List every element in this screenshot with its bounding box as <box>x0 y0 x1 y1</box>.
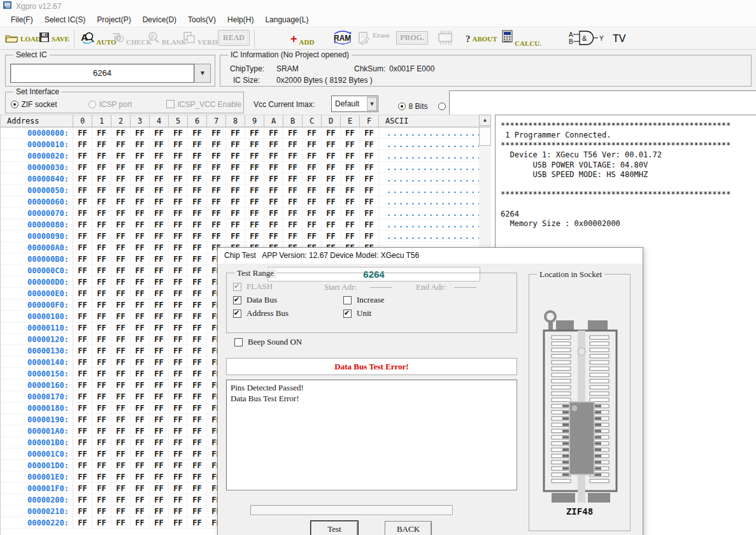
hex-byte-cell[interactable]: FF <box>111 231 131 241</box>
hex-byte-cell[interactable]: FF <box>131 483 150 494</box>
hex-byte-cell[interactable]: FF <box>226 150 245 161</box>
hex-byte-cell[interactable]: FF <box>131 288 150 299</box>
hex-byte-cell[interactable]: FF <box>111 471 131 482</box>
hex-byte-cell[interactable]: FF <box>92 162 111 173</box>
hex-byte-cell[interactable]: FF <box>322 139 341 150</box>
hex-byte-cell[interactable]: FF <box>207 139 226 150</box>
hex-byte-cell[interactable]: FF <box>73 425 92 436</box>
hex-byte-cell[interactable]: FF <box>92 139 111 150</box>
hex-byte-cell[interactable]: FF <box>303 185 322 196</box>
hex-byte-cell[interactable]: FF <box>92 150 111 161</box>
hex-byte-cell[interactable]: FF <box>169 242 188 253</box>
hex-byte-cell[interactable]: FF <box>150 322 169 333</box>
hex-byte-cell[interactable]: FF <box>360 208 379 218</box>
hex-byte-cell[interactable]: FF <box>360 196 379 207</box>
hex-byte-cell[interactable]: FF <box>111 334 131 345</box>
hex-ascii-cell[interactable]: ................ <box>379 208 491 218</box>
hex-byte-cell[interactable]: FF <box>150 231 169 241</box>
hex-byte-cell[interactable]: FF <box>73 127 92 138</box>
hex-byte-cell[interactable]: FF <box>111 299 131 310</box>
hex-byte-cell[interactable]: FF <box>73 437 92 448</box>
hex-byte-cell[interactable]: FF <box>169 357 188 367</box>
hex-byte-cell[interactable]: FF <box>360 173 379 184</box>
hex-byte-cell[interactable]: FF <box>150 288 169 299</box>
hex-byte-cell[interactable]: FF <box>131 471 150 482</box>
hex-byte-cell[interactable]: FF <box>111 150 131 161</box>
hex-byte-cell[interactable]: FF <box>264 219 283 230</box>
hex-byte-cell[interactable]: FF <box>245 162 264 173</box>
dialog-title-bar[interactable]: Chip Test APP Version: 12.67 Device Mode… <box>218 248 643 264</box>
hex-byte-cell[interactable]: FF <box>360 185 379 196</box>
hex-byte-cell[interactable]: FF <box>188 322 207 333</box>
hex-byte-cell[interactable]: FF <box>303 127 322 138</box>
toolbar-about-button[interactable]: ? ABOUT <box>466 29 497 48</box>
hex-byte-cell[interactable]: FF <box>92 494 111 505</box>
hex-byte-cell[interactable]: FF <box>131 414 150 425</box>
ic-combo-dropdown-button[interactable]: ▼ <box>194 64 211 83</box>
hex-byte-cell[interactable]: FF <box>111 448 131 459</box>
hex-byte-cell[interactable]: FF <box>92 357 111 367</box>
hex-byte-cell[interactable]: FF <box>188 265 207 276</box>
hex-byte-cell[interactable]: FF <box>188 357 207 367</box>
hex-byte-cell[interactable]: FF <box>322 173 341 184</box>
hex-byte-cell[interactable]: FF <box>169 437 188 448</box>
hex-byte-cell[interactable]: FF <box>131 517 150 528</box>
hex-byte-cell[interactable]: FF <box>226 196 245 207</box>
hex-byte-cell[interactable]: FF <box>131 219 150 230</box>
hex-byte-cell[interactable]: FF <box>150 196 169 207</box>
hex-byte-cell[interactable]: FF <box>188 196 207 207</box>
hex-byte-cell[interactable]: FF <box>150 150 169 161</box>
hex-byte-cell[interactable]: FF <box>226 185 245 196</box>
hex-byte-cell[interactable]: FF <box>169 517 188 528</box>
hex-byte-cell[interactable]: FF <box>169 391 188 402</box>
hex-byte-cell[interactable]: FF <box>169 460 188 471</box>
hex-byte-cell[interactable]: FF <box>169 403 188 413</box>
hex-byte-cell[interactable]: FF <box>92 208 111 218</box>
hex-byte-cell[interactable]: FF <box>264 127 283 138</box>
hex-byte-cell[interactable]: FF <box>131 265 150 276</box>
hex-byte-cell[interactable]: FF <box>111 288 131 299</box>
hex-byte-cell[interactable]: FF <box>169 471 188 482</box>
hex-byte-cell[interactable]: FF <box>264 162 283 173</box>
hex-byte-cell[interactable]: FF <box>283 185 303 196</box>
hex-ascii-cell[interactable]: ................ <box>379 139 491 150</box>
hex-byte-cell[interactable]: FF <box>264 150 283 161</box>
hex-byte-cell[interactable]: FF <box>131 162 150 173</box>
hex-byte-cell[interactable]: FF <box>207 173 226 184</box>
hex-byte-cell[interactable]: FF <box>322 127 341 138</box>
hex-byte-cell[interactable]: FF <box>92 127 111 138</box>
hex-byte-cell[interactable]: FF <box>150 345 169 356</box>
hex-byte-cell[interactable]: FF <box>73 448 92 459</box>
hex-byte-cell[interactable]: FF <box>73 150 92 161</box>
hex-byte-cell[interactable]: FF <box>188 173 207 184</box>
hex-byte-cell[interactable]: FF <box>131 506 150 517</box>
hex-byte-cell[interactable]: FF <box>188 288 207 299</box>
hex-byte-cell[interactable]: FF <box>150 391 169 402</box>
hex-byte-cell[interactable]: FF <box>188 276 207 287</box>
vcc-dropdown-button[interactable]: ▼ <box>367 97 377 111</box>
hex-byte-cell[interactable]: FF <box>169 253 188 264</box>
hex-byte-cell[interactable]: FF <box>73 334 92 345</box>
ic-combo-box[interactable]: 6264 <box>10 64 194 83</box>
hex-byte-cell[interactable]: FF <box>169 506 188 517</box>
hex-byte-cell[interactable]: FF <box>360 162 379 173</box>
hex-byte-cell[interactable]: FF <box>150 517 169 528</box>
hex-byte-cell[interactable]: FF <box>360 150 379 161</box>
hex-byte-cell[interactable]: FF <box>226 139 245 150</box>
hex-byte-cell[interactable]: FF <box>73 357 92 367</box>
hex-byte-cell[interactable]: FF <box>188 208 207 218</box>
hex-byte-cell[interactable]: FF <box>73 322 92 333</box>
hex-byte-cell[interactable]: FF <box>264 185 283 196</box>
hex-byte-cell[interactable]: FF <box>303 231 322 241</box>
hex-byte-cell[interactable]: FF <box>283 196 303 207</box>
hex-byte-cell[interactable]: FF <box>73 196 92 207</box>
hex-byte-cell[interactable]: FF <box>92 265 111 276</box>
hex-byte-cell[interactable]: FF <box>73 276 92 287</box>
hex-byte-cell[interactable]: FF <box>188 162 207 173</box>
hex-byte-cell[interactable]: FF <box>111 276 131 287</box>
hex-byte-cell[interactable]: FF <box>341 139 360 150</box>
hex-ascii-cell[interactable]: ................ <box>379 150 491 161</box>
hex-byte-cell[interactable]: FF <box>131 173 150 184</box>
unit-checkbox[interactable]: Unit <box>343 308 371 318</box>
hex-byte-cell[interactable]: FF <box>226 208 245 218</box>
